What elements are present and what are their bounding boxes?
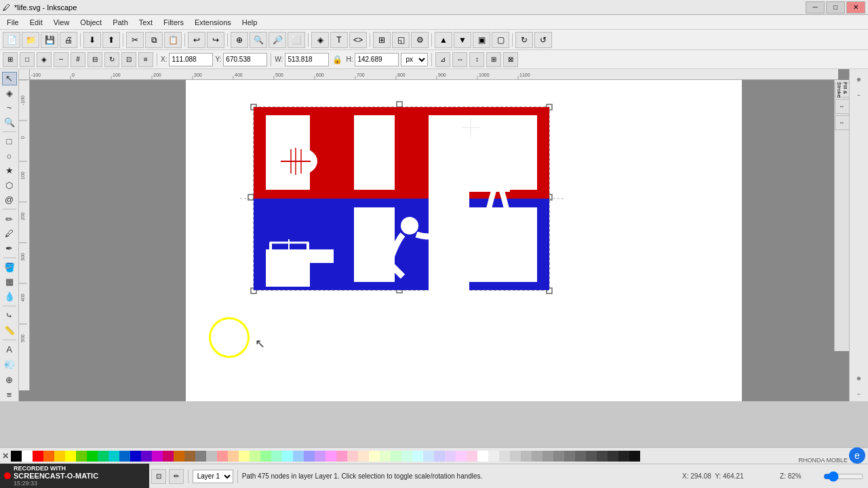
menu-view[interactable]: View bbox=[48, 17, 75, 28]
pencil-tool[interactable]: ✏ bbox=[2, 212, 17, 226]
color-swatch[interactable] bbox=[456, 451, 467, 462]
calligraphy-tool[interactable]: ✒ bbox=[2, 241, 17, 255]
3dbox-tool[interactable]: ⬡ bbox=[2, 178, 17, 192]
color-swatch[interactable] bbox=[217, 451, 228, 462]
fill-stroke-button[interactable]: ◱ bbox=[392, 32, 410, 48]
color-swatch[interactable] bbox=[98, 451, 108, 462]
color-swatch[interactable] bbox=[11, 451, 22, 462]
rp-btn2[interactable]: − bbox=[852, 87, 867, 102]
color-swatch[interactable] bbox=[250, 451, 260, 462]
cut-button[interactable]: ✂ bbox=[126, 32, 144, 48]
right-panel-btn1[interactable]: Fill & Stroke bbox=[835, 83, 850, 98]
snap-extra-button[interactable]: ⊡ bbox=[121, 52, 136, 67]
transform-snap4[interactable]: ⊞ bbox=[486, 52, 501, 67]
eyedropper-tool[interactable]: 💧 bbox=[2, 290, 17, 304]
color-swatch[interactable] bbox=[347, 451, 358, 462]
print-button[interactable]: 🖨 bbox=[60, 32, 77, 48]
circle-tool[interactable]: ○ bbox=[2, 149, 17, 163]
node-tool[interactable]: ◈ bbox=[2, 87, 17, 100]
color-swatch[interactable] bbox=[239, 451, 250, 462]
rotate-ccw-button[interactable]: ↺ bbox=[534, 32, 552, 48]
canvas-area[interactable]: -100 0 100 200 300 400 500 600 700 800 bbox=[19, 69, 849, 401]
bucket-tool[interactable]: 🪣 bbox=[2, 261, 17, 274]
align-button[interactable]: ⊞ bbox=[373, 32, 391, 48]
save-button[interactable]: 💾 bbox=[41, 32, 58, 48]
color-swatch[interactable] bbox=[564, 451, 575, 462]
snap-more-button[interactable]: ≡ bbox=[138, 52, 153, 67]
no-color-swatch[interactable]: ✕ bbox=[0, 451, 11, 462]
connector-tool[interactable]: ⤷ bbox=[2, 309, 17, 323]
menu-file[interactable]: File bbox=[1, 17, 24, 28]
menu-text[interactable]: Text bbox=[134, 17, 158, 28]
color-swatch[interactable] bbox=[119, 451, 130, 462]
measure-tool[interactable]: 📏 bbox=[2, 324, 17, 338]
redo-button[interactable]: ↪ bbox=[207, 32, 224, 48]
color-swatch[interactable] bbox=[282, 451, 293, 462]
undo-button[interactable]: ↩ bbox=[188, 32, 205, 48]
star-tool[interactable]: ★ bbox=[2, 164, 17, 178]
fill-edit-icon[interactable]: ✏ bbox=[169, 469, 184, 484]
svg-canvas[interactable]: RHONDA MOBLE parkinsons ↖ bbox=[30, 80, 838, 401]
zoom-in-button[interactable]: 🔍 bbox=[250, 32, 267, 48]
maximize-button[interactable]: □ bbox=[826, 1, 845, 14]
color-swatch[interactable] bbox=[521, 451, 532, 462]
color-swatch[interactable] bbox=[618, 451, 629, 462]
minimize-button[interactable]: ─ bbox=[806, 1, 825, 14]
color-swatch[interactable] bbox=[434, 451, 445, 462]
menu-filters[interactable]: Filters bbox=[158, 17, 189, 28]
color-swatch[interactable] bbox=[130, 451, 141, 462]
xml-editor-button[interactable]: <> bbox=[349, 32, 367, 48]
pen-tool[interactable]: 🖊 bbox=[2, 227, 17, 241]
color-swatch[interactable] bbox=[510, 451, 521, 462]
node-edit-button[interactable]: ◈ bbox=[311, 32, 329, 48]
color-swatch[interactable] bbox=[206, 451, 217, 462]
close-button[interactable]: ✕ bbox=[846, 1, 865, 14]
tweak-tool[interactable]: ~ bbox=[2, 101, 17, 115]
menu-object[interactable]: Object bbox=[75, 17, 107, 28]
color-swatch[interactable] bbox=[326, 451, 336, 462]
lock-aspect-icon[interactable]: 🔒 bbox=[331, 55, 344, 64]
color-swatch[interactable] bbox=[304, 451, 315, 462]
rp-btn4[interactable]: − bbox=[852, 386, 867, 401]
color-swatch[interactable] bbox=[228, 451, 239, 462]
color-swatch[interactable] bbox=[575, 451, 586, 462]
color-swatch[interactable] bbox=[467, 451, 477, 462]
spiral-tool[interactable]: @ bbox=[2, 193, 17, 207]
right-panel-btn2[interactable]: ↕ bbox=[835, 99, 850, 114]
color-swatch[interactable] bbox=[293, 451, 304, 462]
color-swatch[interactable] bbox=[358, 451, 369, 462]
color-swatch[interactable] bbox=[315, 451, 326, 462]
color-swatch[interactable] bbox=[76, 451, 87, 462]
paste-button[interactable]: 📋 bbox=[164, 32, 182, 48]
selector-tool[interactable]: ↖ bbox=[2, 72, 17, 85]
snap-enable-button[interactable]: ⊞ bbox=[3, 52, 18, 67]
zoom-tool[interactable]: 🔍 bbox=[2, 116, 17, 129]
snap-align-button[interactable]: ⊟ bbox=[87, 52, 102, 67]
color-swatch[interactable] bbox=[412, 451, 423, 462]
y-input[interactable] bbox=[223, 53, 267, 66]
menu-path[interactable]: Path bbox=[107, 17, 134, 28]
transform-snap2[interactable]: ↔ bbox=[452, 52, 467, 67]
color-swatch[interactable] bbox=[65, 451, 76, 462]
transform-snap1[interactable]: ⊿ bbox=[435, 52, 450, 67]
color-swatch[interactable] bbox=[586, 451, 597, 462]
snap-rot-button[interactable]: ↻ bbox=[104, 52, 119, 67]
color-swatch[interactable] bbox=[141, 451, 152, 462]
zoom-fit-button[interactable]: ⊕ bbox=[231, 32, 248, 48]
color-swatch[interactable] bbox=[43, 451, 54, 462]
color-swatch[interactable] bbox=[380, 451, 391, 462]
color-swatch[interactable] bbox=[184, 451, 195, 462]
spray-tool[interactable]: 💨 bbox=[2, 357, 17, 371]
snap-bbox-button[interactable]: □ bbox=[20, 52, 35, 67]
color-swatch[interactable] bbox=[108, 451, 119, 462]
color-swatch[interactable] bbox=[532, 451, 542, 462]
color-swatch[interactable] bbox=[542, 451, 553, 462]
snap-grid-button[interactable]: # bbox=[71, 52, 85, 67]
color-swatch[interactable] bbox=[597, 451, 608, 462]
color-swatch[interactable] bbox=[260, 451, 271, 462]
unit-select[interactable]: px mm in bbox=[401, 53, 428, 66]
color-swatch[interactable] bbox=[477, 451, 488, 462]
rect-tool[interactable]: □ bbox=[2, 135, 17, 148]
lower-button[interactable]: ▼ bbox=[454, 32, 471, 48]
transform-snap5[interactable]: ⊠ bbox=[503, 52, 518, 67]
